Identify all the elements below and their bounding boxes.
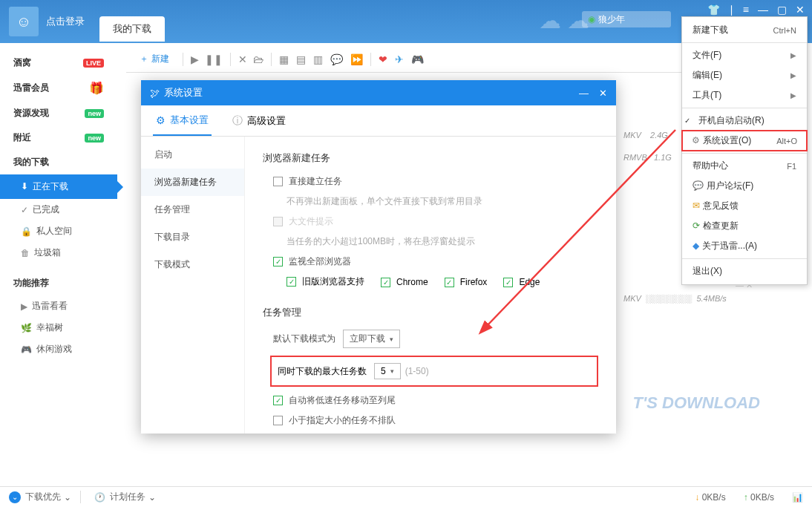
nav-startup[interactable]: 启动: [141, 141, 244, 169]
list-icon[interactable]: ▤: [296, 53, 306, 65]
sidebar-discover[interactable]: 资源发现new: [0, 101, 117, 125]
sidebar-recommend: 功能推荐: [0, 271, 117, 295]
checkbox-icon[interactable]: ✓: [273, 257, 283, 266]
play-icon[interactable]: ▶: [191, 53, 199, 65]
search-input[interactable]: [598, 14, 658, 24]
sidebar-item-private[interactable]: 🔒私人空间: [0, 220, 117, 242]
menu-forum[interactable]: 💬用户论坛(F): [682, 176, 807, 196]
maximize-icon[interactable]: ▢: [777, 4, 787, 16]
range-hint: (1-50): [405, 366, 429, 376]
tab-my-downloads[interactable]: 我的下载: [99, 16, 165, 42]
menu-about[interactable]: ◆关于迅雷...(A): [682, 236, 807, 256]
grid-icon[interactable]: ▦: [279, 53, 289, 65]
search-box[interactable]: ◉: [582, 11, 671, 27]
speed-icon[interactable]: ⏩: [350, 53, 363, 65]
menu-file[interactable]: 文件(F)▶: [682, 45, 807, 65]
mail-icon: ✉: [693, 200, 700, 211]
field-monitor[interactable]: ✓监视全部浏览器: [273, 255, 598, 268]
nav-mode[interactable]: 下载模式: [141, 251, 244, 278]
menu-autostart[interactable]: ✓开机自动启动(R): [682, 111, 807, 131]
field-small-skip[interactable]: 小于指定大小的任务不排队: [273, 414, 598, 427]
menu-icon[interactable]: ≡: [743, 4, 749, 16]
sidebar-mydl[interactable]: 我的下载: [0, 150, 117, 174]
minimize-icon[interactable]: —: [758, 4, 768, 16]
checkbox-icon[interactable]: ✓: [381, 278, 390, 287]
gamepad-icon[interactable]: 🎮: [411, 53, 424, 65]
menu-exit[interactable]: 退出(X): [682, 261, 807, 281]
dl-item-mkv2: MKV ░░░░░░░░ 5.4MB/s: [623, 294, 727, 303]
field-direct[interactable]: 直接建立任务: [273, 175, 598, 188]
chart-icon[interactable]: 📊: [792, 492, 803, 503]
checkbox-icon[interactable]: ✓: [445, 278, 454, 287]
folder-icon[interactable]: 🗁: [253, 53, 263, 65]
menu-edit[interactable]: 编辑(E)▶: [682, 65, 807, 85]
dialog-tabs: ⚙基本设置 ⓘ高级设置: [141, 105, 616, 137]
info-icon: ⓘ: [232, 114, 243, 128]
window-controls: 👕 ∣ ≡ — ▢ ✕: [707, 4, 805, 16]
heart-icon[interactable]: ❤: [379, 53, 387, 65]
plan-dropdown[interactable]: 计划任务⌄: [110, 491, 165, 503]
dialog-close-icon[interactable]: ✕: [599, 88, 607, 99]
skin-icon[interactable]: 👕: [707, 4, 720, 16]
checkbox-icon[interactable]: ✓: [503, 278, 513, 287]
checkbox-icon[interactable]: ✓: [287, 277, 296, 287]
sidebar-item-trash[interactable]: 🗑垃圾箱: [0, 242, 117, 264]
tab-basic[interactable]: ⚙基本设置: [153, 106, 212, 136]
dl-item-rmvb: RMVB 1.1G: [623, 153, 672, 162]
dialog-content: 浏览器新建任务 直接建立任务 不再弹出新建面板，单个文件直接下载到常用目录 大文…: [245, 137, 616, 434]
field-direct-desc: 不再弹出新建面板，单个文件直接下载到常用目录: [287, 195, 598, 208]
menu-update[interactable]: ⟳检查更新: [682, 216, 807, 236]
video-icon: ▶: [21, 301, 27, 312]
browser-row: ✓旧版浏览器支持 ✓Chrome ✓Firefox ✓Edge: [287, 275, 598, 288]
new-button[interactable]: ＋新建: [134, 50, 175, 68]
max-tasks-select[interactable]: 5▾: [374, 363, 401, 379]
field-firefox[interactable]: ✓Firefox: [445, 277, 488, 287]
pause-icon[interactable]: ❚❚: [205, 53, 223, 65]
menu-help[interactable]: 帮助中心F1: [682, 156, 807, 176]
detail-icon[interactable]: ▥: [313, 53, 323, 65]
nav-task[interactable]: 任务管理: [141, 196, 244, 223]
priority-dropdown[interactable]: 下载优先⌄: [25, 491, 81, 503]
menu-settings-highlighted[interactable]: ⚙系统设置(O)Alt+O: [681, 130, 808, 151]
comment-icon[interactable]: 💬: [330, 53, 343, 65]
menu-tool[interactable]: 工具(T)▶: [682, 85, 807, 105]
clock-icon: 🕐: [94, 492, 105, 503]
sidebar-rec-kankan[interactable]: ▶迅雷看看: [0, 295, 117, 317]
sep-icon: ∣: [729, 4, 734, 16]
close-icon[interactable]: ✕: [796, 4, 805, 16]
send-icon[interactable]: ✈: [395, 53, 404, 65]
checkbox-icon[interactable]: [273, 177, 283, 186]
check-icon: ✓: [684, 117, 690, 125]
field-edge[interactable]: ✓Edge: [503, 277, 540, 287]
lets-download-text: T'S DOWNLOAD: [633, 393, 760, 413]
field-chrome[interactable]: ✓Chrome: [381, 277, 428, 287]
sidebar-nearby[interactable]: 附近new: [0, 125, 117, 150]
checkbox-icon[interactable]: ✓: [273, 396, 283, 405]
field-bigfile-desc: 当任务的大小超过100MB时，将在悬浮窗处提示: [287, 235, 598, 248]
sidebar-item-completed[interactable]: ✓已完成: [0, 199, 117, 220]
sidebar-rec-tree[interactable]: 🌿幸福树: [0, 317, 117, 338]
expand-icon[interactable]: ⌄: [9, 491, 21, 503]
sidebar-member[interactable]: 迅雷会员🎁: [0, 75, 117, 101]
dialog-minimize-icon[interactable]: —: [579, 88, 589, 99]
tab-advanced[interactable]: ⓘ高级设置: [229, 107, 289, 135]
menu-new-download[interactable]: 新建下载Ctrl+N: [682, 20, 807, 40]
chevron-down-icon: ▾: [390, 336, 393, 343]
chevron-right-icon: ▶: [790, 91, 796, 99]
checkbox-icon[interactable]: [273, 416, 283, 425]
nav-dir[interactable]: 下载目录: [141, 223, 244, 251]
login-link[interactable]: 点击登录: [46, 15, 85, 28]
mode-select[interactable]: 立即下载▾: [343, 330, 400, 348]
sidebar-rec-game[interactable]: 🎮休闲游戏: [0, 338, 117, 360]
refresh-icon: ⟳: [693, 220, 700, 231]
menu-feedback[interactable]: ✉意见反馈: [682, 196, 807, 216]
nav-browser[interactable]: 浏览器新建任务: [141, 169, 244, 196]
bird-icon: 🕊: [150, 88, 160, 99]
sidebar-item-downloading[interactable]: ⬇正在下载: [0, 174, 117, 199]
field-legacy[interactable]: ✓旧版浏览器支持: [287, 275, 364, 288]
delete-icon[interactable]: ✕: [238, 53, 247, 65]
sidebar-jiuwo[interactable]: 酒窝LIVE: [0, 50, 117, 75]
field-auto-move[interactable]: ✓自动将低速任务移动至列尾: [273, 394, 598, 407]
avatar[interactable]: ☺: [9, 7, 39, 36]
dialog-titlebar[interactable]: 🕊 系统设置 — ✕: [141, 80, 616, 105]
